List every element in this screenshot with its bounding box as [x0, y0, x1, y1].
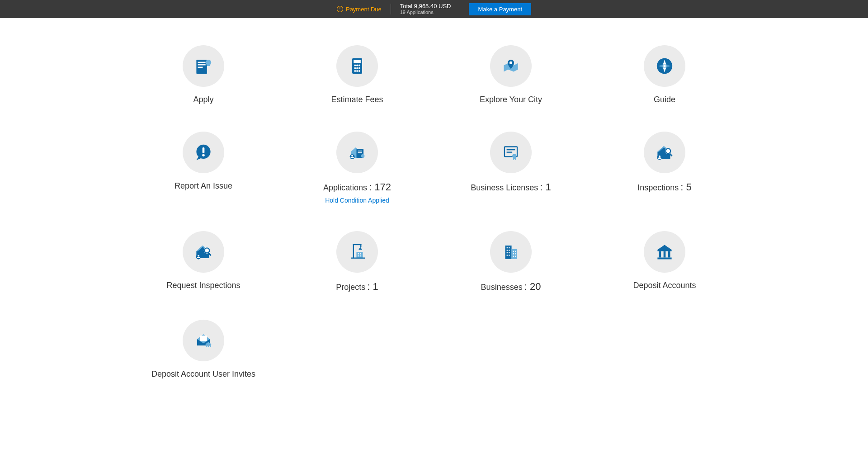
svg-rect-48 [360, 253, 361, 254]
svg-point-4 [206, 60, 212, 66]
svg-rect-74 [208, 344, 209, 347]
svg-rect-53 [512, 249, 518, 259]
tile-count: : 20 [524, 281, 541, 293]
svg-rect-69 [664, 251, 666, 257]
invites-icon [183, 320, 224, 361]
svg-point-42 [198, 255, 199, 257]
svg-point-17 [509, 61, 512, 64]
svg-rect-71 [657, 258, 671, 260]
svg-point-28 [351, 155, 353, 156]
tile-inspections[interactable]: Inspections: 5 [597, 132, 732, 204]
request-inspections-icon [183, 231, 224, 273]
svg-rect-7 [354, 60, 361, 63]
svg-point-13 [359, 67, 360, 69]
businesses-icon [490, 231, 532, 273]
svg-rect-50 [360, 255, 361, 256]
svg-point-8 [354, 64, 356, 66]
inspections-icon [644, 132, 685, 173]
svg-rect-68 [659, 251, 661, 257]
svg-rect-63 [515, 251, 516, 252]
tile-applications[interactable]: Applications: 172 Hold Condition Applied [289, 132, 425, 204]
dashboard-container: Apply Estimate Fees [118, 18, 750, 397]
svg-rect-21 [203, 147, 205, 153]
svg-rect-60 [507, 255, 508, 255]
tile-label: Request Inspections [166, 281, 240, 290]
svg-rect-72 [200, 336, 207, 341]
tile-projects[interactable]: Projects: 1 [289, 231, 425, 293]
tile-deposit-accounts[interactable]: Deposit Accounts [597, 231, 732, 293]
svg-point-26 [361, 154, 365, 158]
tile-deposit-invites[interactable]: Deposit Account User Invites [136, 320, 271, 379]
tile-business-licenses[interactable]: Business Licenses: 1 [443, 132, 579, 204]
svg-rect-44 [353, 244, 362, 245]
tile-label: Deposit Account User Invites [151, 369, 255, 379]
tile-label: Projects [336, 283, 365, 292]
svg-point-37 [659, 156, 660, 157]
svg-rect-46 [356, 252, 363, 258]
svg-rect-30 [507, 149, 515, 150]
svg-rect-54 [507, 247, 508, 248]
calculator-icon [336, 45, 378, 87]
tile-label: Report An Issue [175, 181, 232, 191]
svg-rect-64 [513, 253, 514, 254]
license-icon [490, 132, 532, 173]
svg-point-15 [356, 70, 358, 72]
hold-condition-link[interactable]: Hold Condition Applied [325, 197, 389, 204]
svg-point-10 [359, 64, 360, 66]
warning-icon: ! [337, 6, 343, 12]
make-payment-button[interactable]: Make a Payment [469, 3, 531, 15]
svg-rect-3 [198, 67, 203, 68]
svg-point-19 [664, 65, 666, 67]
applications-icon [336, 132, 378, 173]
report-icon [183, 132, 224, 173]
total-amount: Total 9,965.40 USD [400, 3, 451, 10]
tile-report-issue[interactable]: Report An Issue [136, 132, 271, 204]
svg-rect-1 [198, 62, 206, 63]
bank-icon [644, 231, 685, 273]
tile-grid: Apply Estimate Fees [136, 45, 732, 379]
total-section: Total 9,965.40 USD 19 Applications [400, 3, 451, 16]
svg-rect-47 [358, 253, 359, 254]
projects-icon [336, 231, 378, 273]
tile-apply[interactable]: Apply [136, 45, 271, 104]
svg-point-9 [356, 64, 358, 66]
svg-rect-75 [210, 344, 211, 347]
tile-label: Apply [193, 95, 213, 104]
svg-rect-66 [513, 256, 514, 257]
tile-count: : 1 [367, 281, 378, 293]
tile-count: : 172 [369, 181, 391, 193]
svg-rect-56 [507, 250, 508, 251]
apply-icon [183, 45, 224, 87]
tile-label: Guide [654, 95, 675, 104]
tile-explore-city[interactable]: Explore Your City [443, 45, 579, 104]
map-icon [490, 45, 532, 87]
tile-label: Estimate Fees [331, 95, 383, 104]
tile-estimate-fees[interactable]: Estimate Fees [289, 45, 425, 104]
payment-due-status: ! Payment Due [337, 6, 382, 13]
svg-rect-25 [358, 152, 362, 153]
svg-point-16 [359, 70, 360, 72]
tile-businesses[interactable]: Businesses: 20 [443, 231, 579, 293]
svg-rect-65 [515, 253, 516, 254]
svg-rect-24 [358, 151, 362, 151]
tile-label: Explore Your City [480, 95, 542, 104]
svg-rect-70 [668, 251, 670, 257]
tile-label: Deposit Accounts [633, 281, 696, 290]
tile-label: Applications [323, 183, 367, 193]
tile-request-inspections[interactable]: Request Inspections [136, 231, 271, 293]
svg-rect-62 [513, 251, 514, 252]
tile-count: : 5 [680, 181, 691, 193]
svg-rect-51 [351, 258, 365, 259]
svg-rect-67 [515, 256, 516, 257]
application-count: 19 Applications [400, 9, 451, 15]
tile-guide[interactable]: Guide [597, 45, 732, 104]
svg-point-11 [354, 67, 356, 69]
svg-rect-31 [507, 151, 513, 152]
tile-count: : 1 [540, 181, 551, 193]
divider [391, 4, 391, 14]
svg-rect-5 [207, 65, 210, 66]
svg-rect-73 [206, 344, 207, 347]
svg-rect-45 [360, 244, 361, 247]
svg-rect-57 [509, 250, 509, 251]
svg-rect-55 [509, 247, 509, 248]
